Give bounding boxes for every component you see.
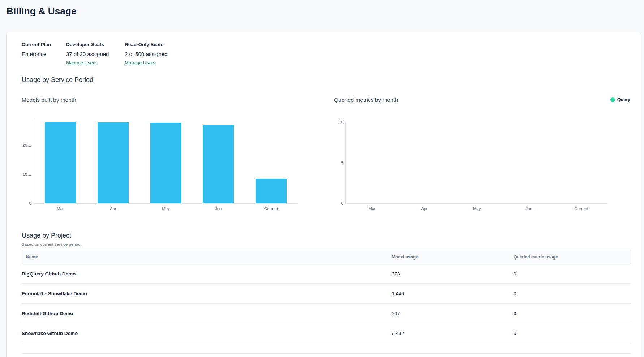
billing-card: Current Plan Enterprise Developer Seats …: [6, 32, 641, 357]
table-row: Redshift Github Demo2070: [22, 304, 631, 323]
developer-seats-label: Developer Seats: [66, 42, 109, 47]
usage-by-project-heading: Usage by Project: [22, 232, 631, 239]
models-built-chart-plot: 010…20…MarAprMayJunCurrent: [34, 119, 297, 204]
table-header-row: Name Model usage Queried metric usage: [22, 250, 631, 264]
bar-may: [150, 123, 181, 203]
x-axis-label: Apr: [398, 206, 451, 211]
bar-current: [256, 179, 287, 203]
table-row: Formula1 - Snowflake Demo1,4400: [22, 284, 631, 304]
queried-metrics-chart-title: Queried metrics by month: [334, 97, 398, 103]
usage-by-project-subtitle: Based on current service period.: [22, 242, 631, 247]
cell-name: BigQuery Github Demo: [22, 264, 392, 284]
usage-by-service-period-heading: Usage by Service Period: [22, 76, 93, 84]
x-axis-label: May: [451, 206, 503, 211]
y-axis-tick-label: 0: [329, 201, 343, 205]
cell-queried-metric-usage: 0: [514, 304, 631, 323]
x-axis-label: Jun: [192, 206, 245, 211]
cell-queried-metric-usage: 0: [514, 323, 631, 343]
cell-name: Snowflake Github Demo: [22, 323, 392, 343]
cell-queried-metric-usage: 0: [514, 264, 631, 284]
query-legend-label: Query: [617, 97, 630, 102]
x-axis-label: Mar: [34, 206, 87, 211]
usage-by-project-table: Name Model usage Queried metric usage Bi…: [22, 250, 631, 354]
y-axis-tick-label: 20…: [17, 143, 31, 147]
page-title: Billing & Usage: [7, 6, 644, 17]
current-plan-column: Current Plan Enterprise: [22, 42, 51, 57]
query-legend-dot-icon: [610, 97, 615, 102]
current-plan-label: Current Plan: [22, 42, 51, 47]
column-header-model-usage: Model usage: [392, 250, 514, 264]
y-axis-tick-label: 10…: [17, 172, 31, 177]
cell-name: Formula1 - Snowflake Demo: [22, 284, 392, 304]
page-header: Billing & Usage: [0, 0, 644, 25]
cell-model-usage: 1,440: [392, 284, 514, 304]
table-row: Snowflake Github Demo6,4920: [22, 323, 631, 343]
readonly-seats-column: Read-Only Seats 2 of 500 assigned Manage…: [125, 42, 167, 66]
manage-users-link-developer[interactable]: Manage Users: [66, 60, 97, 65]
table-row: BigQuery Github Demo3780: [22, 264, 631, 284]
cell-model-usage: 378: [392, 264, 514, 284]
current-plan-value: Enterprise: [22, 51, 51, 57]
x-axis-label: Mar: [346, 206, 398, 211]
bar-apr: [98, 122, 129, 203]
x-axis-label: May: [139, 206, 192, 211]
cell-name: Redshift Github Demo: [22, 304, 392, 323]
column-header-name: Name: [22, 250, 392, 264]
column-header-queried-metric-usage: Queried metric usage: [514, 250, 631, 264]
manage-users-link-readonly[interactable]: Manage Users: [125, 60, 155, 65]
models-built-chart-title: Models built by month: [22, 97, 76, 103]
developer-seats-column: Developer Seats 37 of 30 assigned Manage…: [66, 42, 109, 66]
x-axis-label: Apr: [87, 206, 139, 211]
readonly-seats-value: 2 of 500 assigned: [125, 51, 167, 57]
x-axis-label: Current: [555, 206, 607, 211]
chart-legend: Query: [610, 97, 630, 102]
bar-mar: [45, 122, 76, 203]
table-empty-row: [22, 343, 631, 354]
cell-model-usage: 207: [392, 304, 514, 323]
usage-by-project-section: Usage by Project Based on current servic…: [22, 232, 631, 357]
x-axis-label: Current: [245, 206, 297, 211]
bar-jun: [203, 125, 234, 203]
queried-metrics-chart-plot: 0510MarAprMayJunCurrent: [345, 122, 607, 204]
cell-queried-metric-usage: 0: [514, 284, 631, 304]
y-axis-tick-label: 0: [17, 201, 31, 205]
cell-model-usage: 6,492: [392, 323, 514, 343]
readonly-seats-label: Read-Only Seats: [125, 42, 167, 47]
y-axis-tick-label: 10: [329, 120, 343, 124]
x-axis-label: Jun: [503, 206, 555, 211]
y-axis-tick-label: 5: [329, 161, 343, 165]
developer-seats-value: 37 of 30 assigned: [66, 51, 109, 57]
